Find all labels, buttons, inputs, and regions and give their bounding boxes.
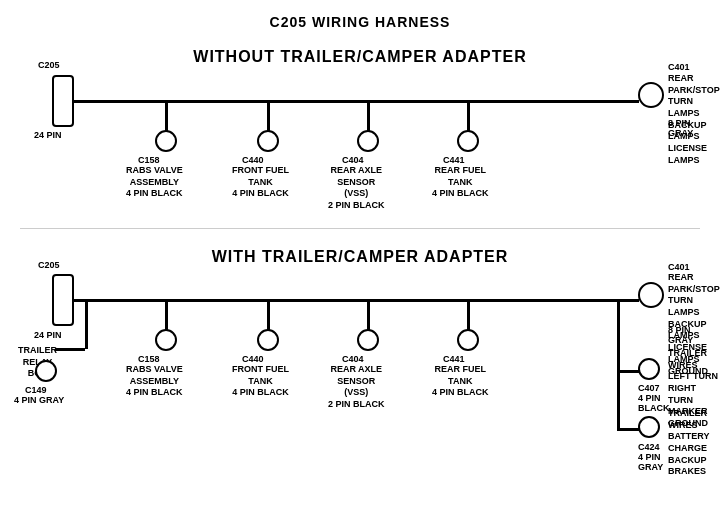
bottom-c401-color: GRAY [668, 335, 693, 347]
top-c441-connector [457, 130, 479, 152]
top-c440-vline [267, 101, 270, 131]
top-c404-vline [367, 101, 370, 131]
bottom-main-wire [74, 299, 639, 302]
c149-hline [55, 348, 85, 351]
top-c401-id: C401 [668, 62, 690, 74]
top-c158-vline [165, 101, 168, 131]
bottom-c441-connector [457, 329, 479, 351]
right-vbranch [617, 299, 620, 429]
bottom-c440-desc: FRONT FUEL TANK 4 PIN BLACK [232, 364, 289, 399]
c149-connector [35, 360, 57, 382]
bottom-c205-id: C205 [38, 260, 60, 272]
top-c440-connector [257, 130, 279, 152]
top-c205-pin: 24 PIN [34, 130, 62, 142]
bottom-c404-desc: REAR AXLE SENSOR (VSS) 2 PIN BLACK [328, 364, 385, 411]
c424-connector [638, 416, 660, 438]
bottom-c404-connector [357, 329, 379, 351]
bottom-c441-desc: REAR FUEL TANK 4 PIN BLACK [432, 364, 489, 399]
c407-hline [617, 370, 639, 373]
bottom-c440-connector [257, 329, 279, 351]
c424-hline [617, 428, 639, 431]
top-c158-connector [155, 130, 177, 152]
bottom-c158-vline [165, 300, 168, 330]
c407-color: BLACK [638, 403, 670, 415]
bottom-c158-connector [155, 329, 177, 351]
c424-wires: TRAILER WIRES BATTERY CHARGE BACKUP BRAK… [668, 408, 720, 478]
top-c404-connector [357, 130, 379, 152]
bottom-section-label: WITH TRAILER/CAMPER ADAPTER [100, 248, 620, 266]
bottom-c404-vline [367, 300, 370, 330]
divider [20, 228, 700, 229]
top-c158-desc: RABS VALVE ASSEMBLY 4 PIN BLACK [126, 165, 183, 200]
top-c401-connector [638, 82, 664, 108]
top-c404-desc: REAR AXLE SENSOR (VSS) 2 PIN BLACK [328, 165, 385, 212]
c424-color: GRAY [638, 462, 663, 474]
c149-desc: 4 PIN GRAY [14, 395, 64, 407]
top-c441-desc: REAR FUEL TANK 4 PIN BLACK [432, 165, 489, 200]
bottom-c401-connector [638, 282, 664, 308]
top-c205-id: C205 [38, 60, 60, 72]
diagram-container: C205 WIRING HARNESS WITHOUT TRAILER/CAMP… [0, 0, 720, 500]
c149-vline [85, 299, 88, 349]
top-c401-color: GRAY [668, 128, 693, 140]
top-c441-vline [467, 101, 470, 131]
top-main-wire [74, 100, 639, 103]
bottom-c440-vline [267, 300, 270, 330]
top-section-label: WITHOUT TRAILER/CAMPER ADAPTER [100, 48, 620, 66]
bottom-c158-desc: RABS VALVE ASSEMBLY 4 PIN BLACK [126, 364, 183, 399]
page-title: C205 WIRING HARNESS [0, 6, 720, 30]
bottom-c441-vline [467, 300, 470, 330]
top-c440-desc: FRONT FUEL TANK 4 PIN BLACK [232, 165, 289, 200]
bottom-c205-pin: 24 PIN [34, 330, 62, 342]
bottom-c205-connector [52, 274, 74, 326]
c407-connector [638, 358, 660, 380]
top-c205-connector [52, 75, 74, 127]
